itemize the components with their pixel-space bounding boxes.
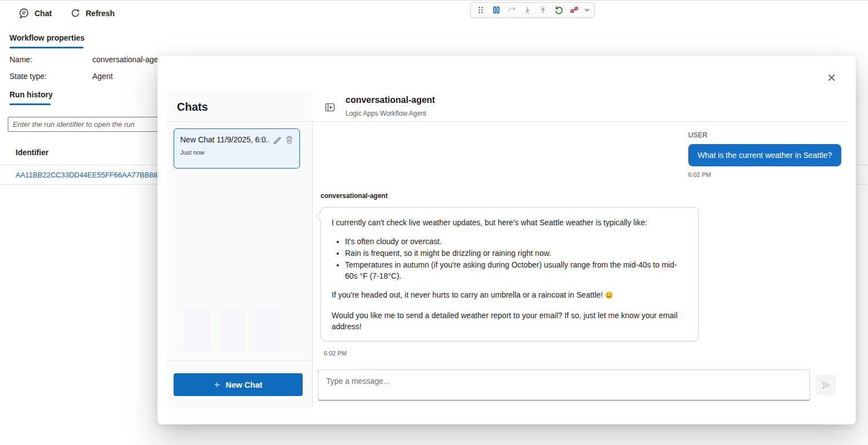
agent-subtitle: Logic Apps Workflow Agent: [346, 110, 426, 117]
state-type-value: Agent: [92, 72, 113, 81]
tab-run-history[interactable]: Run history: [9, 90, 53, 99]
new-chat-button[interactable]: + New Chat: [174, 373, 303, 396]
chat-list-item[interactable]: New Chat 11/9/2025, 6:0... Just now: [174, 128, 300, 169]
run-history-underline: [9, 103, 51, 105]
user-role-label: USER: [688, 131, 708, 139]
state-type-label: State type:: [9, 72, 47, 81]
refresh-button[interactable]: Refresh: [70, 8, 115, 18]
designer-canvas-toolbar: [470, 2, 595, 18]
message-input[interactable]: [318, 369, 810, 400]
agent-paragraph: Would you like me to send a detailed wea…: [332, 310, 687, 332]
chevron-down-icon[interactable]: [583, 4, 591, 16]
plus-icon: +: [214, 379, 220, 390]
collapse-panel-icon[interactable]: [323, 100, 337, 115]
agent-bullet-list: It's often cloudy or overcast. Rain is f…: [332, 236, 687, 281]
agent-message-time: 6:02 PM: [324, 350, 699, 357]
chats-title: Chats: [167, 91, 312, 113]
chat-bubble-icon: [18, 8, 29, 19]
agent-paragraph: If you're headed out, it never hurts to …: [332, 289, 687, 302]
chat-item-title: New Chat 11/9/2025, 6:0...: [180, 135, 269, 144]
edit-chat-icon[interactable]: [273, 135, 282, 144]
reset-view-icon[interactable]: [552, 4, 565, 16]
user-message-time: 6:02 PM: [688, 171, 711, 178]
header-divider: [167, 121, 846, 122]
arrow-up-icon[interactable]: [536, 4, 550, 16]
delete-chat-icon[interactable]: [285, 135, 294, 144]
name-label: Name:: [9, 55, 32, 64]
skeleton-block: [184, 309, 210, 351]
skeleton-block: [219, 309, 245, 351]
pause-icon[interactable]: [490, 4, 503, 16]
breakpoints-icon[interactable]: [568, 4, 581, 16]
agent-message-sender: conversational-agent: [320, 192, 699, 200]
chat-item-timestamp: Just now: [180, 149, 294, 156]
chat-button[interactable]: Chat: [18, 8, 52, 19]
chat-button-label: Chat: [34, 9, 52, 18]
agent-message-group: conversational-agent I currently can't c…: [320, 192, 699, 357]
send-icon: [820, 379, 832, 391]
run-identifier-link[interactable]: AA11BB22CC33DD44EE55FF66AA77BB88CC: [16, 171, 168, 179]
user-message-bubble: What is the current weather in Seattle?: [688, 144, 841, 166]
name-value: conversational-agent: [92, 55, 165, 64]
top-border-line: [0, 0, 868, 1]
agent-bullet: Rain is frequent, so it might be drizzli…: [345, 248, 687, 259]
chat-panel-dialog: Chats New Chat 11/9/2025, 6:0...: [157, 56, 856, 424]
agent-title: conversational-agent: [346, 95, 435, 105]
workflow-properties-underline: [9, 47, 83, 48]
run-identifier-input[interactable]: [8, 117, 162, 132]
agent-bullet: It's often cloudy or overcast.: [345, 236, 687, 247]
refresh-icon: [70, 8, 81, 18]
agent-paragraph: I currently can't check live weather upd…: [332, 217, 687, 228]
drag-handle-icon[interactable]: [474, 4, 487, 16]
user-message-group: USER What is the current weather in Seat…: [688, 131, 841, 178]
tab-workflow-properties[interactable]: Workflow properties: [9, 33, 85, 42]
chats-sidebar: Chats New Chat 11/9/2025, 6:0...: [167, 91, 312, 409]
arrow-down-icon[interactable]: [521, 4, 534, 16]
new-chat-label: New Chat: [226, 380, 263, 389]
smiley-emoji-icon: [605, 291, 613, 302]
identifier-column-header: Identifier: [16, 148, 48, 157]
sidebar-divider: [312, 121, 313, 406]
send-button[interactable]: [816, 374, 836, 395]
redo-icon[interactable]: [505, 4, 519, 16]
sidebar-footer-divider: [167, 360, 312, 361]
agent-message-bubble: I currently can't check live weather upd…: [320, 207, 699, 342]
close-icon[interactable]: [824, 70, 839, 85]
skeleton-block: [255, 309, 281, 351]
refresh-button-label: Refresh: [86, 9, 115, 18]
agent-bullet: Temperatures in autumn (if you're asking…: [345, 259, 687, 281]
bubble-tail: [316, 212, 326, 221]
